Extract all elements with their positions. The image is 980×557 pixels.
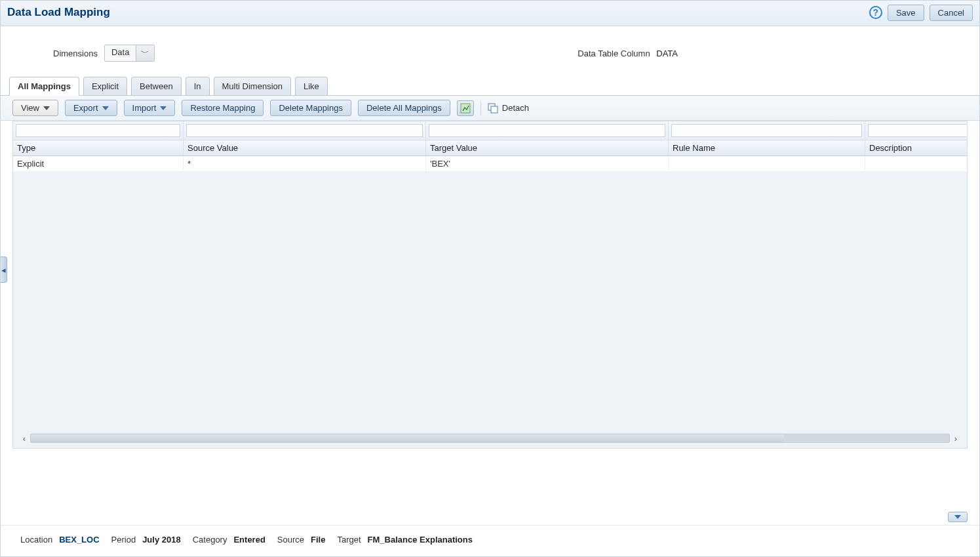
detach-icon [488,103,498,113]
source-label: Source [277,535,304,545]
chevron-down-icon [102,106,109,110]
table-filter-row [13,121,967,140]
scroll-track[interactable] [30,434,950,443]
restore-mapping-button[interactable]: Restore Mapping [182,100,264,116]
dimension-form-row: Dimensions Data ﹀ Data Table Column DATA [1,26,979,76]
tab-multi-dimension[interactable]: Multi Dimension [214,77,291,95]
cell-type: Explicit [13,156,184,171]
cell-source: * [184,156,426,171]
horizontal-scrollbar[interactable]: ‹ › [18,432,962,444]
chevron-down-icon [954,515,961,519]
header-actions: ? Save Cancel [869,5,973,21]
table-header-row: Type Source Value Target Value Rule Name… [13,140,967,156]
data-table-column: Data Table Column DATA [578,49,927,58]
col-rule-name[interactable]: Rule Name [669,140,865,155]
view-menu-label: View [21,103,39,113]
table-toolbar: View Export Import Restore Mapping Delet… [1,96,979,121]
data-table-column-value: DATA [656,49,678,58]
dimensions-label: Dimensions [53,49,98,58]
export-label: Export [73,103,98,113]
page-header: Data Load Mapping ? Save Cancel [1,1,979,26]
category-label: Category [193,535,227,545]
collapse-toggle[interactable] [948,512,968,522]
col-source-value[interactable]: Source Value [184,140,426,155]
tab-explicit[interactable]: Explicit [83,77,127,95]
export-button[interactable]: Export [65,100,117,116]
cancel-button[interactable]: Cancel [930,5,973,21]
detach-label: Detach [502,103,529,113]
tab-in[interactable]: In [186,77,210,95]
mappings-table: Type Source Value Target Value Rule Name… [12,121,968,449]
category-value: Entered [233,535,265,545]
filter-description-input[interactable] [868,124,968,137]
chevron-down-icon[interactable]: ﹀ [136,45,154,61]
toolbar-separator [480,101,481,115]
cell-target: 'BEX' [426,156,669,171]
scroll-thumb[interactable] [31,434,784,442]
dimensions-select[interactable]: Data ﹀ [104,45,155,62]
delete-mappings-button[interactable]: Delete Mappings [270,100,351,116]
view-menu-button[interactable]: View [12,100,58,116]
side-panel-handle[interactable]: ◂ [1,257,7,283]
detach-button[interactable]: Detach [488,103,529,113]
chevron-down-icon [43,106,50,110]
delete-all-mappings-button[interactable]: Delete All Mappings [358,100,450,116]
source-value: File [311,535,325,545]
period-value: July 2018 [142,535,181,545]
target-value: FM_Balance Explanations [368,535,473,545]
period-label: Period [111,535,136,545]
col-target-value[interactable]: Target Value [426,140,669,155]
dimensions-value: Data [105,45,136,61]
filter-type-input[interactable] [16,124,180,137]
status-bar: Location BEX_LOC Period July 2018 Catego… [1,525,979,556]
tab-all-mappings[interactable]: All Mappings [9,77,79,96]
cell-description [865,156,968,171]
scroll-left-icon[interactable]: ‹ [18,432,30,444]
location-value: BEX_LOC [59,535,99,545]
import-label: Import [132,103,157,113]
save-button[interactable]: Save [888,5,924,21]
format-icon[interactable] [457,100,474,116]
cell-rule [669,156,865,171]
import-button[interactable]: Import [124,100,176,116]
svg-rect-2 [491,106,498,113]
filter-rule-input[interactable] [671,124,862,137]
page-title: Data Load Mapping [7,3,110,22]
help-icon[interactable]: ? [869,6,882,19]
scroll-right-icon[interactable]: › [950,432,962,444]
filter-source-input[interactable] [186,124,423,137]
filter-target-input[interactable] [429,124,665,137]
col-description[interactable]: Description [865,140,968,155]
location-label: Location [20,535,52,545]
tab-between[interactable]: Between [131,77,182,95]
chevron-down-icon [160,106,167,110]
tabs-bar: All Mappings Explicit Between In Multi D… [1,76,979,96]
col-type[interactable]: Type [13,140,184,155]
tab-like[interactable]: Like [295,77,328,95]
data-table-column-label: Data Table Column [578,49,650,58]
target-label: Target [337,535,361,545]
table-row[interactable]: Explicit * 'BEX' [13,156,967,171]
